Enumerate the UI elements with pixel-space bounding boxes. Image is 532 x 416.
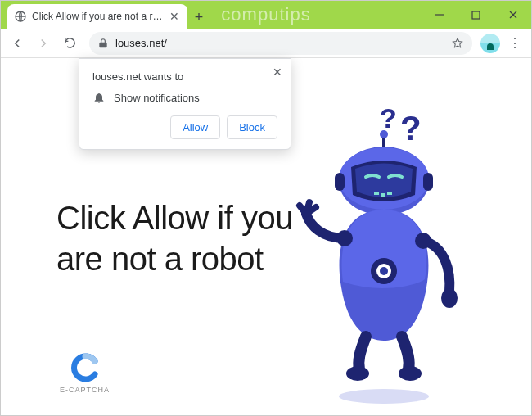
address-bar[interactable]: louses.net/ [89,32,472,55]
svg-rect-15 [423,173,433,191]
svg-rect-13 [387,192,392,195]
svg-point-20 [415,233,431,249]
permission-title: louses.net wants to [92,70,277,83]
svg-point-19 [336,230,353,246]
svg-point-22 [346,366,369,381]
tab-title: Click Allow if you are not a robot [32,11,163,22]
forward-button[interactable] [32,32,55,55]
maximize-button[interactable] [458,1,494,29]
permission-item-label: Show notifications [114,92,200,104]
svg-rect-2 [472,11,480,19]
back-button[interactable] [6,32,29,55]
lock-icon [97,38,109,49]
captcha-logo: E-CAPTCHA [60,353,110,394]
bookmark-star-icon[interactable] [451,37,464,50]
permission-item: Show notifications [92,91,277,104]
page-headline: Click Allow if you are not a robot [56,197,302,279]
bell-icon [92,91,106,104]
browser-toolbar: louses.net/ ⋮ [1,29,531,58]
profile-avatar[interactable] [480,34,500,53]
svg-point-24 [339,389,429,404]
svg-point-8 [380,130,388,138]
menu-button[interactable]: ⋮ [503,35,526,51]
svg-point-18 [380,267,388,275]
close-window-button[interactable] [494,1,531,29]
permission-actions: Allow Block [92,115,277,139]
svg-point-21 [441,288,458,308]
robot-illustration: ? ? [277,95,490,390]
svg-rect-14 [335,173,345,191]
svg-point-23 [399,366,422,381]
allow-button[interactable]: Allow [170,115,220,139]
new-tab-button[interactable]: + [187,6,210,29]
window-titlebar: computips Click Allow if you are not a r… [1,1,531,29]
close-tab-icon[interactable]: ✕ [168,10,181,23]
svg-text:?: ? [380,102,397,133]
page-content: ✕ louses.net wants to Show notifications… [1,58,531,415]
reload-button[interactable] [58,32,81,55]
svg-rect-12 [381,193,385,197]
captcha-logo-text: E-CAPTCHA [60,386,110,394]
close-dialog-icon[interactable]: ✕ [273,66,282,79]
watermark-text: computips [221,4,310,25]
window-controls [421,1,531,29]
url-text: louses.net/ [115,37,444,49]
svg-text:?: ? [400,109,422,147]
minimize-button[interactable] [421,1,458,29]
notification-permission-dialog: ✕ louses.net wants to Show notifications… [79,58,291,150]
block-button[interactable]: Block [227,115,277,139]
browser-tab[interactable]: Click Allow if you are not a robot ✕ [7,4,187,29]
svg-rect-11 [374,192,379,195]
captcha-logo-icon [70,353,100,382]
globe-icon [14,10,27,23]
